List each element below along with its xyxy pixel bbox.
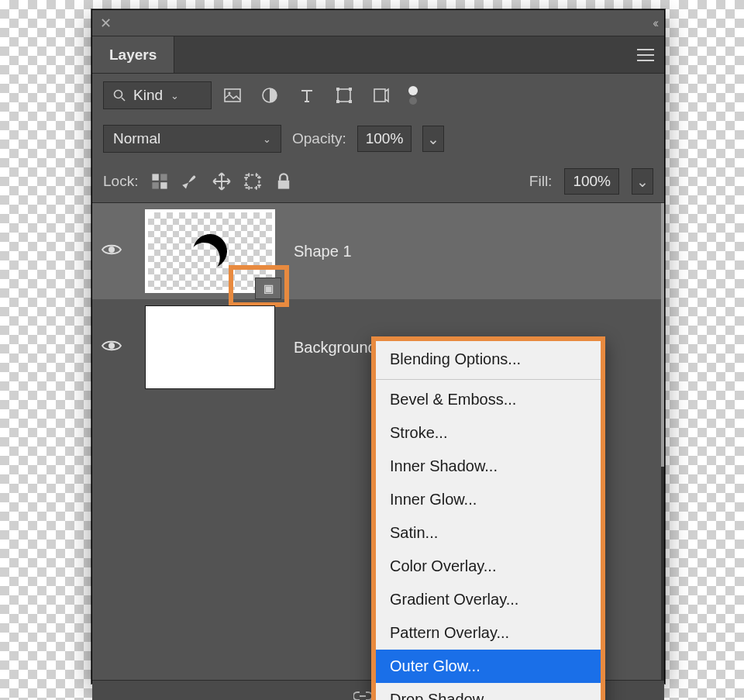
svg-point-2: [228, 91, 230, 94]
svg-rect-15: [278, 181, 289, 189]
svg-rect-6: [349, 88, 352, 91]
layer-thumbnail[interactable]: ▣: [145, 209, 275, 293]
tabs-row: Layers: [92, 36, 664, 74]
opacity-chevron[interactable]: ⌄: [422, 126, 444, 152]
menu-item-inner-glow[interactable]: Inner Glow...: [376, 483, 601, 516]
filter-toggle[interactable]: [408, 86, 418, 105]
chevron-down-icon: ⌄: [170, 90, 179, 102]
svg-rect-8: [349, 100, 352, 103]
svg-rect-4: [338, 89, 350, 102]
lock-position-icon[interactable]: [212, 172, 231, 191]
kind-label: Kind: [133, 87, 163, 104]
smartobject-badge-icon: ▣: [255, 278, 281, 299]
layer-row[interactable]: ▣ Shape 1: [92, 203, 661, 299]
visibility-toggle-icon[interactable]: [102, 242, 122, 261]
svg-rect-1: [225, 89, 240, 102]
menu-item-outer-glow[interactable]: Outer Glow...: [376, 650, 601, 683]
lock-label: Lock:: [103, 173, 138, 190]
layer-name[interactable]: Shape 1: [294, 243, 352, 260]
fill-chevron[interactable]: ⌄: [632, 168, 653, 195]
visibility-toggle-icon[interactable]: [102, 338, 122, 357]
close-icon[interactable]: ✕: [100, 15, 112, 32]
search-icon: [113, 89, 126, 102]
fill-field[interactable]: 100%: [564, 168, 619, 195]
lock-artboard-icon[interactable]: [243, 172, 262, 191]
blend-row: Normal ⌄ Opacity: 100% ⌄: [92, 117, 664, 160]
lock-transparency-icon[interactable]: [150, 172, 169, 191]
moon-shape-icon: [193, 234, 227, 268]
blend-mode-select[interactable]: Normal ⌄: [103, 125, 281, 153]
filter-icon-strip: [222, 85, 418, 105]
tab-label: Layers: [109, 47, 157, 64]
menu-item-color-overlay[interactable]: Color Overlay...: [376, 550, 601, 583]
image-icon[interactable]: [222, 85, 243, 105]
menu-item-bevel-emboss[interactable]: Bevel & Emboss...: [376, 383, 601, 416]
layer-filter-kind-select[interactable]: Kind ⌄: [103, 81, 212, 109]
opacity-value: 100%: [366, 130, 404, 147]
layer-thumbnail[interactable]: [145, 305, 275, 389]
chevron-down-icon: ⌄: [263, 133, 271, 145]
svg-rect-10: [153, 174, 159, 180]
layer-style-context-menu: Blending Options... Bevel & Emboss... St…: [371, 336, 605, 700]
opacity-field[interactable]: 100%: [357, 126, 412, 152]
smartobject-icon[interactable]: [371, 85, 391, 105]
opacity-label: Opacity:: [292, 130, 346, 147]
menu-item-stroke[interactable]: Stroke...: [376, 416, 601, 450]
lock-pixels-icon[interactable]: [181, 172, 200, 191]
svg-rect-12: [153, 182, 159, 188]
menu-item-gradient-overlay[interactable]: Gradient Overlay...: [376, 583, 601, 616]
svg-point-0: [115, 91, 122, 98]
link-layers-icon[interactable]: [353, 691, 372, 701]
type-icon[interactable]: [297, 85, 317, 105]
svg-rect-5: [336, 88, 339, 91]
svg-rect-14: [246, 175, 260, 188]
filter-row: Kind ⌄: [92, 74, 664, 117]
panel-menu-icon[interactable]: [627, 36, 664, 73]
menu-item-drop-shadow[interactable]: Drop Shadow...: [376, 683, 601, 700]
layer-name[interactable]: Background: [294, 339, 377, 357]
background-thumbnail: [145, 305, 275, 389]
menu-item-inner-shadow[interactable]: Inner Shadow...: [376, 450, 601, 483]
menu-item-blending-options[interactable]: Blending Options...: [376, 341, 601, 376]
menu-separator: [376, 379, 601, 380]
collapse-icon[interactable]: ‹‹: [653, 16, 656, 30]
fill-value: 100%: [573, 173, 611, 190]
svg-point-17: [108, 343, 115, 349]
svg-rect-11: [161, 174, 167, 180]
svg-rect-7: [336, 100, 339, 103]
adjustment-icon[interactable]: [260, 85, 280, 105]
menu-item-pattern-overlay[interactable]: Pattern Overlay...: [376, 616, 601, 650]
lock-row: Lock: Fill: 100% ⌄: [92, 160, 664, 202]
svg-rect-9: [374, 89, 385, 102]
menu-item-satin[interactable]: Satin...: [376, 516, 601, 550]
svg-rect-13: [161, 182, 167, 188]
shape-icon[interactable]: [334, 85, 354, 105]
tab-layers[interactable]: Layers: [92, 36, 174, 73]
scrollbar-thumb[interactable]: [661, 203, 664, 467]
fill-label: Fill:: [529, 173, 553, 190]
panel-header: ✕ ‹‹: [92, 10, 664, 36]
lock-all-icon[interactable]: [274, 172, 293, 191]
svg-point-16: [108, 247, 115, 253]
blend-mode-value: Normal: [113, 130, 160, 147]
